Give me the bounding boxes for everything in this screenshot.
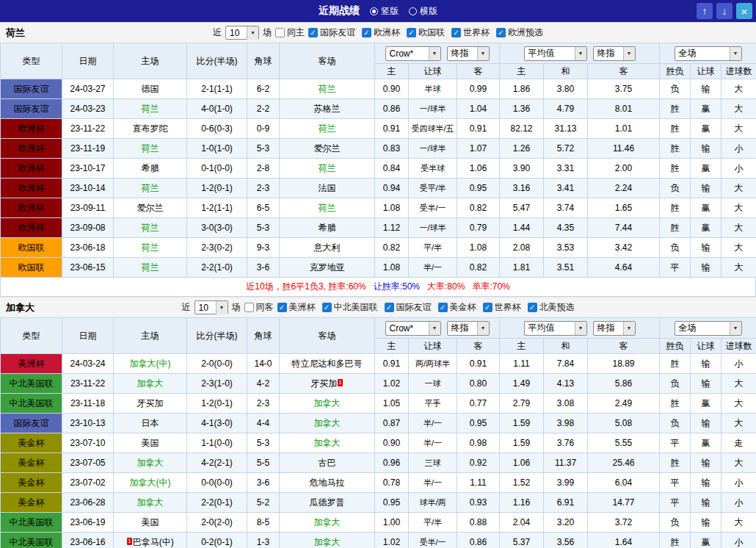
match-score: 1-0(1-0)	[187, 139, 247, 159]
league-filter-checkbox[interactable]: ✓欧洲预选	[496, 26, 543, 39]
league-filter-checkbox[interactable]: ✓北美预选	[528, 301, 575, 314]
avg-away-odds: 2.24	[588, 179, 660, 198]
league-filter-checkbox[interactable]: ✓欧国联	[407, 26, 445, 39]
match-score: 0-6(0-3)	[187, 119, 247, 139]
radio-horizontal-layout[interactable]: 横版	[409, 5, 437, 18]
home-team: 直布罗陀	[114, 119, 187, 139]
avg-draw-odds: 4.13	[544, 374, 588, 394]
avg-draw-odds: 3.20	[544, 513, 588, 533]
same-side-filter[interactable]: 同主	[275, 26, 305, 39]
league-badge: 欧洲杯	[1, 218, 62, 238]
final-odds-select[interactable]: 终指▼	[447, 321, 490, 336]
average-odds-header: 平均值▼ 终指▼	[500, 43, 660, 64]
home-team-name: 巴拿马(中)	[133, 537, 174, 547]
league-filter-checkbox[interactable]: ✓国际友谊	[308, 26, 355, 39]
avg-home-odds: 1.52	[500, 473, 544, 493]
result-goals: 小	[722, 159, 756, 179]
move-up-button[interactable]: ↑	[697, 3, 713, 19]
col-type: 类型	[1, 318, 62, 354]
avg-away-odds: 8.01	[588, 99, 660, 119]
subcol-avg-draw: 和	[544, 339, 588, 354]
handicap-line: 受四球半/五	[409, 119, 457, 139]
league-filter-checkbox[interactable]: ✓世界杯	[451, 26, 490, 39]
same-side-filter[interactable]: 同客	[244, 301, 274, 314]
result-winloss: 胜	[660, 218, 691, 238]
average-odds-select[interactable]: 平均值▼	[524, 321, 587, 336]
handicap-line: 三球	[409, 453, 457, 473]
match-date: 23-07-10	[62, 433, 114, 453]
fulltime-select[interactable]: 全场▼	[675, 46, 742, 61]
close-button[interactable]: ×	[736, 3, 752, 19]
result-handicap: 赢	[691, 198, 722, 218]
league-filter-checkbox[interactable]: ✓美洲杯	[277, 301, 316, 314]
move-down-button[interactable]: ↓	[716, 3, 733, 19]
odds-source-select[interactable]: Crow*▼	[385, 46, 441, 61]
league-badge: 中北美国联	[1, 533, 62, 548]
result-handicap: 输	[691, 79, 722, 99]
result-handicap: 输	[691, 374, 722, 394]
league-filter-label: 美金杯	[450, 301, 476, 314]
home-team: 荷兰	[114, 139, 187, 159]
crown-home-odds: 1.12	[375, 218, 409, 238]
corner-score: 3-6	[247, 473, 280, 493]
match-count-select[interactable]: 10▼	[195, 300, 228, 314]
result-winloss: 胜	[660, 119, 691, 139]
chevron-down-icon: ▼	[477, 47, 489, 60]
match-date: 23-06-16	[62, 533, 114, 548]
avg-draw-odds: 3.53	[544, 238, 588, 258]
match-score: 2-1(1-1)	[187, 79, 247, 99]
match-row: 中北美国联23-06-19美国2-0(2-0)8-5加拿大1.00平/半0.88…	[1, 513, 756, 533]
away-team-name: 加拿大	[314, 537, 341, 547]
away-team-name: 爱尔兰	[314, 143, 341, 154]
handicap-line: 受半/一	[409, 198, 457, 218]
radio-vertical-layout[interactable]: 竖版	[370, 5, 399, 18]
crown-away-odds: 0.92	[457, 453, 500, 473]
league-filter-checkbox[interactable]: ✓欧洲杯	[362, 26, 400, 39]
final-average-select[interactable]: 终指▼	[593, 321, 636, 336]
match-date: 23-07-02	[62, 473, 114, 493]
fulltime-select[interactable]: 全场▼	[675, 321, 742, 336]
result-handicap: 输	[691, 238, 722, 258]
corner-score: 0-9	[247, 119, 280, 139]
result-handicap: 输	[691, 258, 722, 278]
handicap-line: 球半/两	[409, 493, 457, 513]
subcol-handicap: 让球	[409, 64, 457, 79]
average-odds-select[interactable]: 平均值▼	[524, 46, 587, 61]
match-row: 欧洲杯23-10-17希腊0-1(0-0)2-8荷兰0.84受半球1.063.9…	[1, 159, 756, 179]
handicap-line: 平/半	[409, 513, 457, 533]
checkbox-checked-icon: ✓	[438, 303, 448, 312]
result-handicap: 输	[691, 473, 722, 493]
result-winloss: 平	[660, 258, 691, 278]
chevron-down-icon: ▼	[623, 322, 635, 335]
final-average-select[interactable]: 终指▼	[593, 46, 636, 61]
odds-source-select[interactable]: Crow*▼	[385, 321, 441, 336]
crown-odds-header: Crow*▼ 终指▼	[375, 318, 500, 339]
away-team: 苏格兰	[280, 99, 375, 119]
handicap-line: 半/一	[409, 258, 457, 278]
away-team-name: 荷兰	[319, 123, 336, 134]
away-team-name: 牙买加	[310, 378, 337, 389]
match-count-select[interactable]: 10▼	[225, 26, 259, 40]
home-team-name: 荷兰	[142, 104, 159, 114]
chevron-down-icon: ▼	[477, 322, 489, 335]
league-filter-checkbox[interactable]: ✓国际友谊	[385, 301, 432, 314]
match-date: 23-10-17	[62, 159, 114, 179]
league-filter-checkbox[interactable]: ✓美金杯	[438, 301, 476, 314]
league-badge: 欧洲杯	[1, 139, 62, 159]
league-filter-checkbox[interactable]: ✓世界杯	[483, 301, 521, 314]
result-winloss: 胜	[660, 354, 691, 374]
away-team-name: 特立尼达和多巴哥	[292, 358, 363, 369]
result-handicap: 赢	[691, 218, 722, 238]
match-row: 中北美国联23-11-22加拿大2-3(1-0)4-2牙买加11.02一球0.8…	[1, 374, 756, 394]
home-team: 美国	[114, 433, 187, 453]
league-filter-checkbox[interactable]: ✓中北美国联	[322, 301, 378, 314]
crown-away-odds: 1.11	[457, 473, 500, 493]
result-handicap: 输	[691, 513, 722, 533]
corner-score: 4-4	[247, 414, 280, 433]
handicap-line: 一/球半	[409, 139, 457, 159]
final-odds-select[interactable]: 终指▼	[447, 46, 490, 61]
crown-away-odds: 0.80	[457, 374, 500, 394]
result-winloss: 胜	[660, 139, 691, 159]
home-team-name: 直布罗陀	[133, 123, 168, 134]
handicap-line: 受半/一	[409, 533, 457, 548]
